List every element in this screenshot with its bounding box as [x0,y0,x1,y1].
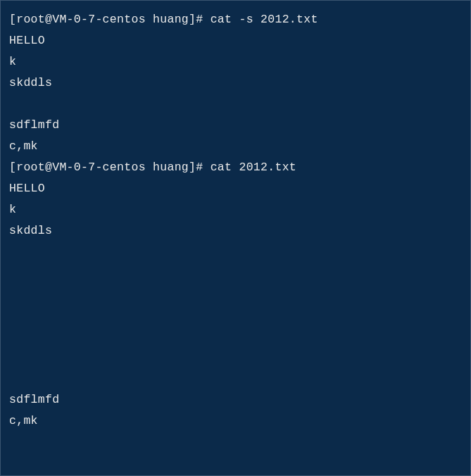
output-line: sdflmfd [9,115,462,136]
output-line: sdflmfd [9,389,462,411]
output-line: skddls [9,220,462,242]
output-line [9,263,462,284]
output-line [9,326,462,347]
shell-prompt: [root@VM-0-7-centos huang]# [9,13,211,26]
output-line [9,284,462,305]
output-line: k [9,51,462,73]
shell-prompt: [root@VM-0-7-centos huang]# [9,161,211,174]
output-line [9,368,462,389]
output-line: skddls [9,73,462,94]
command-text: cat -s 2012.txt [211,13,318,26]
output-line [9,347,462,368]
terminal-window[interactable]: [root@VM-0-7-centos huang]# cat -s 2012.… [9,9,462,432]
output-line: c,mk [9,136,462,157]
output-line: HELLO [9,30,462,51]
prompt-line: [root@VM-0-7-centos huang]# cat 2012.txt [9,157,462,178]
output-line [9,94,462,115]
output-line [9,305,462,326]
output-line: k [9,199,462,220]
output-line: HELLO [9,178,462,199]
output-line [9,242,462,263]
output-line: c,mk [9,411,462,432]
prompt-line: [root@VM-0-7-centos huang]# cat -s 2012.… [9,9,462,30]
command-text: cat 2012.txt [211,161,296,174]
